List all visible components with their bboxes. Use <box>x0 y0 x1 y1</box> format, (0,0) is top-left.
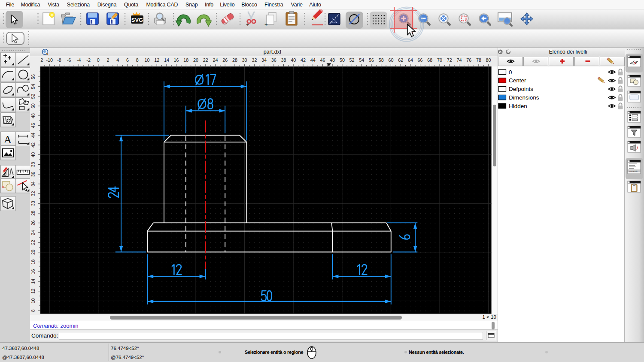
svg-text:-4: -4 <box>77 57 81 63</box>
svg-text:comando: comando <box>629 170 638 172</box>
svg-text:8: 8 <box>136 57 139 63</box>
svg-text:10: 10 <box>30 298 36 303</box>
svg-text:30: 30 <box>30 201 36 206</box>
svg-text:14: 14 <box>30 279 36 284</box>
svg-text:44: 44 <box>30 133 36 138</box>
svg-text:-8: -8 <box>57 57 61 63</box>
svg-text:20: 20 <box>193 57 198 63</box>
svg-text:20: 20 <box>30 250 36 255</box>
svg-text:6: 6 <box>126 57 129 63</box>
svg-text:56: 56 <box>369 57 374 63</box>
svg-text:18: 18 <box>30 259 36 265</box>
svg-text:-10: -10 <box>46 57 53 63</box>
svg-text:8: 8 <box>30 309 36 312</box>
svg-text:56: 56 <box>30 74 36 79</box>
svg-text:50: 50 <box>340 57 345 63</box>
svg-text:12: 12 <box>154 57 159 63</box>
svg-text:34: 34 <box>30 181 36 187</box>
svg-text:72: 72 <box>447 57 452 63</box>
svg-text:40: 40 <box>291 57 296 63</box>
svg-text:4: 4 <box>116 57 119 63</box>
svg-text:32: 32 <box>30 191 36 196</box>
svg-text:30: 30 <box>242 57 247 63</box>
svg-text:24: 24 <box>213 57 218 63</box>
svg-text:Defpoints: Defpoints <box>509 86 533 92</box>
svg-text:76: 76 <box>466 57 471 63</box>
svg-text:0: 0 <box>97 57 100 63</box>
svg-text:10: 10 <box>144 57 149 63</box>
svg-text:28: 28 <box>30 211 36 216</box>
svg-text:34: 34 <box>261 57 267 63</box>
svg-text:14: 14 <box>164 57 169 63</box>
svg-text:38: 38 <box>281 57 286 63</box>
svg-text:28: 28 <box>232 57 237 63</box>
svg-text:44: 44 <box>310 57 316 63</box>
svg-text:54: 54 <box>30 84 36 89</box>
svg-text:48: 48 <box>30 113 36 118</box>
svg-text:32: 32 <box>252 57 257 63</box>
svg-text:38: 38 <box>30 162 36 167</box>
svg-text:36: 36 <box>271 57 276 63</box>
svg-text:0: 0 <box>509 69 512 75</box>
svg-text:Hidden: Hidden <box>509 103 527 109</box>
svg-text:58: 58 <box>379 57 384 63</box>
svg-text:+: + <box>246 21 249 28</box>
svg-text:-6: -6 <box>67 57 71 63</box>
svg-text:42: 42 <box>301 57 306 63</box>
svg-text:60: 60 <box>388 57 393 63</box>
svg-text:50: 50 <box>30 103 36 109</box>
svg-text:66: 66 <box>418 57 423 63</box>
svg-text:46: 46 <box>320 57 325 63</box>
svg-text:16: 16 <box>30 269 36 274</box>
svg-text:64: 64 <box>408 57 413 63</box>
svg-text:74: 74 <box>456 57 462 63</box>
svg-text:24: 24 <box>30 230 36 235</box>
svg-text:80: 80 <box>486 57 491 63</box>
svg-text:78: 78 <box>476 57 481 63</box>
svg-text:SVG: SVG <box>131 17 143 23</box>
svg-text:62: 62 <box>398 57 403 63</box>
svg-text:22: 22 <box>203 57 208 63</box>
svg-text:16: 16 <box>174 57 179 63</box>
svg-text:36: 36 <box>30 172 36 177</box>
svg-text:54: 54 <box>359 57 364 63</box>
svg-text:26: 26 <box>222 57 228 63</box>
svg-text:12: 12 <box>30 289 36 294</box>
svg-text:-2: -2 <box>86 57 91 63</box>
svg-text:22: 22 <box>30 240 36 245</box>
svg-text:52: 52 <box>30 94 36 99</box>
svg-text:40: 40 <box>30 152 36 157</box>
svg-text:Center: Center <box>509 77 526 84</box>
svg-text:70: 70 <box>437 57 442 63</box>
svg-text:+: + <box>264 21 268 28</box>
svg-text:42: 42 <box>30 142 36 148</box>
svg-text:26: 26 <box>30 220 36 226</box>
svg-text:68: 68 <box>427 57 432 63</box>
svg-text:2: 2 <box>107 57 109 63</box>
svg-text:18: 18 <box>183 57 188 63</box>
svg-text:46: 46 <box>30 123 36 128</box>
svg-text:48: 48 <box>330 57 335 63</box>
svg-text:A: A <box>4 133 12 146</box>
svg-text:Dimensions: Dimensions <box>509 94 539 101</box>
svg-text:52: 52 <box>349 57 355 63</box>
